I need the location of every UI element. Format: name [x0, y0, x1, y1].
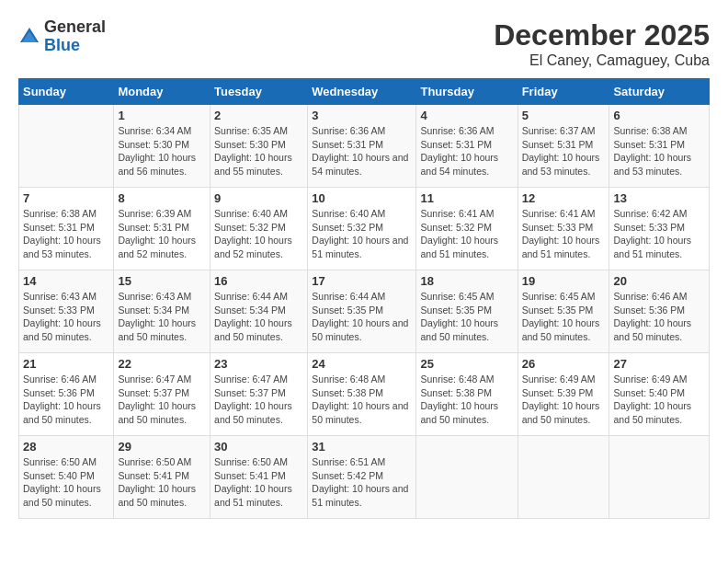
calendar-cell: 17Sunrise: 6:44 AMSunset: 5:35 PMDayligh… [308, 270, 416, 353]
day-info: Sunrise: 6:41 AMSunset: 5:32 PMDaylight:… [420, 207, 513, 261]
month-title: December 2025 [494, 18, 710, 52]
day-number: 16 [214, 274, 303, 288]
day-info: Sunrise: 6:50 AMSunset: 5:41 PMDaylight:… [118, 455, 206, 510]
calendar-cell: 7Sunrise: 6:38 AMSunset: 5:31 PMDaylight… [19, 188, 114, 270]
day-info: Sunrise: 6:40 AMSunset: 5:32 PMDaylight:… [312, 207, 412, 261]
day-number: 29 [118, 440, 206, 454]
day-number: 18 [420, 274, 513, 288]
calendar-cell: 25Sunrise: 6:48 AMSunset: 5:38 PMDayligh… [416, 353, 518, 436]
day-info: Sunrise: 6:42 AMSunset: 5:33 PMDaylight:… [613, 207, 705, 261]
logo: General Blue [18, 18, 106, 55]
calendar-cell: 1Sunrise: 6:34 AMSunset: 5:30 PMDaylight… [114, 105, 210, 188]
day-number: 3 [312, 109, 412, 122]
calendar-cell [416, 436, 518, 519]
day-info: Sunrise: 6:43 AMSunset: 5:34 PMDaylight:… [118, 290, 206, 344]
calendar-cell: 30Sunrise: 6:50 AMSunset: 5:41 PMDayligh… [210, 436, 308, 519]
day-number: 25 [420, 357, 513, 371]
day-info: Sunrise: 6:36 AMSunset: 5:31 PMDaylight:… [420, 124, 513, 178]
day-info: Sunrise: 6:45 AMSunset: 5:35 PMDaylight:… [522, 290, 606, 344]
day-number: 9 [214, 191, 303, 205]
calendar-cell [609, 436, 710, 519]
day-info: Sunrise: 6:49 AMSunset: 5:39 PMDaylight:… [522, 373, 606, 427]
calendar-cell: 26Sunrise: 6:49 AMSunset: 5:39 PMDayligh… [518, 353, 609, 436]
calendar-table: SundayMondayTuesdayWednesdayThursdayFrid… [18, 78, 710, 519]
calendar-week-5: 28Sunrise: 6:50 AMSunset: 5:40 PMDayligh… [19, 436, 710, 519]
day-info: Sunrise: 6:46 AMSunset: 5:36 PMDaylight:… [23, 373, 109, 427]
calendar-cell: 15Sunrise: 6:43 AMSunset: 5:34 PMDayligh… [114, 270, 210, 353]
calendar-cell: 21Sunrise: 6:46 AMSunset: 5:36 PMDayligh… [19, 353, 114, 436]
day-info: Sunrise: 6:37 AMSunset: 5:31 PMDaylight:… [522, 124, 606, 178]
calendar-cell: 27Sunrise: 6:49 AMSunset: 5:40 PMDayligh… [609, 353, 710, 436]
day-info: Sunrise: 6:36 AMSunset: 5:31 PMDaylight:… [312, 124, 412, 178]
calendar-cell: 11Sunrise: 6:41 AMSunset: 5:32 PMDayligh… [416, 188, 518, 270]
day-number: 17 [312, 274, 412, 288]
day-number: 28 [23, 440, 109, 454]
day-number: 1 [118, 109, 206, 122]
column-header-tuesday: Tuesday [210, 79, 308, 105]
calendar-cell: 6Sunrise: 6:38 AMSunset: 5:31 PMDaylight… [609, 105, 710, 188]
day-number: 31 [312, 440, 412, 454]
calendar-cell: 22Sunrise: 6:47 AMSunset: 5:37 PMDayligh… [114, 353, 210, 436]
day-number: 14 [23, 274, 109, 288]
day-number: 27 [613, 357, 705, 371]
logo-general: General [44, 18, 106, 37]
calendar-cell: 13Sunrise: 6:42 AMSunset: 5:33 PMDayligh… [609, 188, 710, 270]
column-header-monday: Monday [114, 79, 210, 105]
calendar-week-1: 1Sunrise: 6:34 AMSunset: 5:30 PMDaylight… [19, 105, 710, 188]
logo-icon [18, 26, 40, 48]
column-headers: SundayMondayTuesdayWednesdayThursdayFrid… [19, 79, 710, 105]
calendar-cell: 18Sunrise: 6:45 AMSunset: 5:35 PMDayligh… [416, 270, 518, 353]
day-number: 23 [214, 357, 303, 371]
calendar-cell: 5Sunrise: 6:37 AMSunset: 5:31 PMDaylight… [518, 105, 609, 188]
day-info: Sunrise: 6:49 AMSunset: 5:40 PMDaylight:… [613, 373, 705, 427]
day-number: 5 [522, 109, 606, 122]
calendar-cell: 14Sunrise: 6:43 AMSunset: 5:33 PMDayligh… [19, 270, 114, 353]
day-info: Sunrise: 6:47 AMSunset: 5:37 PMDaylight:… [118, 373, 206, 427]
day-number: 22 [118, 357, 206, 371]
day-number: 12 [522, 191, 606, 205]
day-number: 10 [312, 191, 412, 205]
day-number: 21 [23, 357, 109, 371]
calendar-cell: 8Sunrise: 6:39 AMSunset: 5:31 PMDaylight… [114, 188, 210, 270]
calendar-cell: 28Sunrise: 6:50 AMSunset: 5:40 PMDayligh… [19, 436, 114, 519]
logo-blue: Blue [44, 37, 106, 55]
calendar-cell: 29Sunrise: 6:50 AMSunset: 5:41 PMDayligh… [114, 436, 210, 519]
column-header-saturday: Saturday [609, 79, 710, 105]
day-number: 24 [312, 357, 412, 371]
day-info: Sunrise: 6:48 AMSunset: 5:38 PMDaylight:… [420, 373, 513, 427]
calendar-cell: 19Sunrise: 6:45 AMSunset: 5:35 PMDayligh… [518, 270, 609, 353]
day-info: Sunrise: 6:43 AMSunset: 5:33 PMDaylight:… [23, 290, 109, 344]
column-header-thursday: Thursday [416, 79, 518, 105]
calendar-cell [19, 105, 114, 188]
day-info: Sunrise: 6:45 AMSunset: 5:35 PMDaylight:… [420, 290, 513, 344]
day-number: 8 [118, 191, 206, 205]
location: El Caney, Camaguey, Cuba [494, 52, 710, 69]
column-header-sunday: Sunday [19, 79, 114, 105]
day-info: Sunrise: 6:51 AMSunset: 5:42 PMDaylight:… [312, 455, 412, 510]
day-number: 4 [420, 109, 513, 122]
calendar-cell: 12Sunrise: 6:41 AMSunset: 5:33 PMDayligh… [518, 188, 609, 270]
day-info: Sunrise: 6:38 AMSunset: 5:31 PMDaylight:… [613, 124, 705, 178]
day-info: Sunrise: 6:34 AMSunset: 5:30 PMDaylight:… [118, 124, 206, 178]
day-number: 13 [613, 191, 705, 205]
calendar-cell: 16Sunrise: 6:44 AMSunset: 5:34 PMDayligh… [210, 270, 308, 353]
day-info: Sunrise: 6:50 AMSunset: 5:41 PMDaylight:… [214, 455, 303, 510]
day-info: Sunrise: 6:39 AMSunset: 5:31 PMDaylight:… [118, 207, 206, 261]
calendar-cell: 24Sunrise: 6:48 AMSunset: 5:38 PMDayligh… [308, 353, 416, 436]
day-info: Sunrise: 6:41 AMSunset: 5:33 PMDaylight:… [522, 207, 606, 261]
day-number: 20 [613, 274, 705, 288]
day-info: Sunrise: 6:35 AMSunset: 5:30 PMDaylight:… [214, 124, 303, 178]
calendar-week-2: 7Sunrise: 6:38 AMSunset: 5:31 PMDaylight… [19, 188, 710, 270]
calendar-cell: 4Sunrise: 6:36 AMSunset: 5:31 PMDaylight… [416, 105, 518, 188]
calendar-cell: 2Sunrise: 6:35 AMSunset: 5:30 PMDaylight… [210, 105, 308, 188]
day-info: Sunrise: 6:47 AMSunset: 5:37 PMDaylight:… [214, 373, 303, 427]
day-number: 26 [522, 357, 606, 371]
day-info: Sunrise: 6:44 AMSunset: 5:34 PMDaylight:… [214, 290, 303, 344]
day-info: Sunrise: 6:48 AMSunset: 5:38 PMDaylight:… [312, 373, 412, 427]
day-number: 30 [214, 440, 303, 454]
calendar-cell [518, 436, 609, 519]
day-info: Sunrise: 6:44 AMSunset: 5:35 PMDaylight:… [312, 290, 412, 344]
day-info: Sunrise: 6:38 AMSunset: 5:31 PMDaylight:… [23, 207, 109, 261]
calendar-cell: 9Sunrise: 6:40 AMSunset: 5:32 PMDaylight… [210, 188, 308, 270]
day-number: 19 [522, 274, 606, 288]
